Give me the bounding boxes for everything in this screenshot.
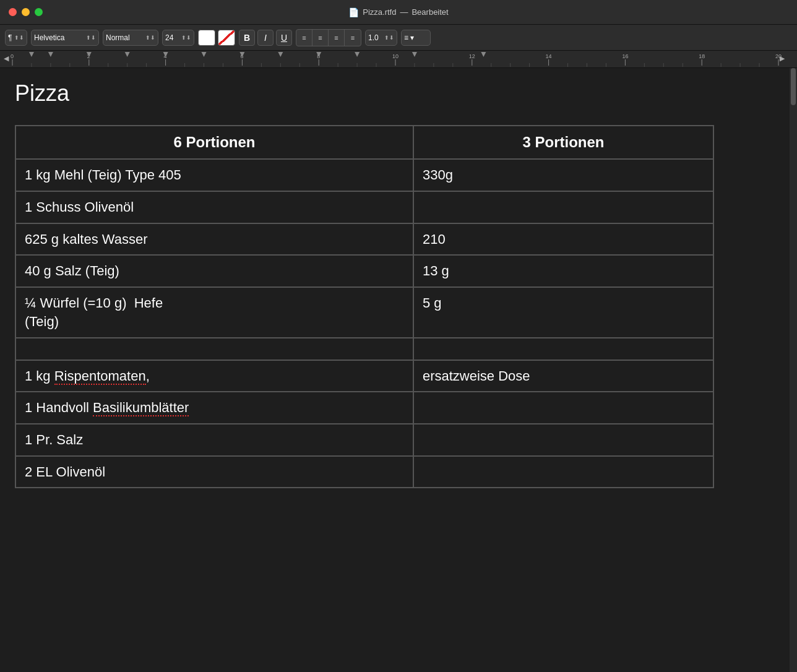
text-color-swatch[interactable] (198, 30, 215, 46)
svg-text:16: 16 (622, 53, 628, 59)
svg-text:12: 12 (469, 53, 475, 59)
table-row: 625 g kaltes Wasser 210 (15, 223, 713, 256)
row7-col2: ersatzweise Dose (413, 360, 713, 392)
ruler: 02468101214161820 ◀ ▶ (0, 51, 797, 68)
table-row: 2 EL Olivenöl (15, 456, 713, 488)
paragraph-dropdown[interactable]: ¶ ⬆⬇ (5, 30, 27, 46)
underline-button[interactable]: U (276, 30, 292, 46)
table-row: 40 g Salz (Teig) 13 g (15, 255, 713, 287)
row9-col2 (413, 424, 713, 456)
header-col2: 3 Portionen (413, 126, 713, 159)
row5-col2: 5 g (413, 287, 713, 337)
font-size-label: 24 (165, 33, 173, 42)
table-row: 1 kg Rispentomaten, ersatzweise Dose (15, 360, 713, 392)
line-spacing-section: 1.0 ⬆⬇ (365, 30, 397, 46)
title-status: Bearbeitet (411, 7, 448, 17)
row10-col2 (413, 456, 713, 488)
font-style-arrow: ⬆⬇ (145, 35, 155, 41)
align-left-button[interactable]: ≡ (296, 30, 312, 46)
titlebar: 📄 Pizza.rtfd — Bearbeitet (0, 0, 797, 25)
header-col1: 6 Portionen (15, 126, 413, 159)
list-section: ≡ ▾ (401, 30, 431, 46)
scrollbar-track[interactable] (790, 68, 797, 672)
document-title: Pizza (15, 80, 782, 106)
title-separator: — (400, 7, 408, 17)
font-size-arrow: ⬆⬇ (181, 35, 191, 41)
font-family-dropdown[interactable]: Helvetica ⬆⬇ (31, 30, 99, 46)
align-right-button[interactable]: ≡ (329, 30, 345, 46)
bold-button[interactable]: B (239, 30, 255, 46)
window-controls (9, 8, 43, 16)
italic-button[interactable]: I (257, 30, 274, 46)
document-icon: 📄 (348, 7, 359, 17)
row2-col2 (413, 191, 713, 223)
font-style-dropdown[interactable]: Normal ⬆⬇ (103, 30, 158, 46)
toolbar: ¶ ⬆⬇ Helvetica ⬆⬇ Normal ⬆⬇ 24 ⬆⬇ B I (0, 25, 797, 51)
row7-col1: 1 kg Rispentomaten, (15, 360, 413, 392)
line-spacing-dropdown[interactable]: 1.0 ⬆⬇ (365, 30, 397, 46)
table-row-empty (15, 338, 713, 360)
table-row: 1 Pr. Salz (15, 424, 713, 456)
align-center-button[interactable]: ≡ (312, 30, 329, 46)
row2-col1: 1 Schuss Olivenöl (15, 191, 413, 223)
minimize-button[interactable] (22, 8, 30, 16)
align-justify-button[interactable]: ≡ (345, 30, 361, 46)
window-title: 📄 Pizza.rtfd — Bearbeitet (348, 7, 448, 17)
paragraph-arrow: ⬆⬇ (14, 35, 24, 41)
line-spacing-arrow: ⬆⬇ (384, 35, 394, 41)
row6-col2 (413, 338, 713, 360)
maximize-button[interactable] (35, 8, 43, 16)
table-header-row: 6 Portionen 3 Portionen (15, 126, 713, 159)
alignment-group: ≡ ≡ ≡ ≡ (296, 29, 361, 46)
row10-col1: 2 EL Olivenöl (15, 456, 413, 488)
title-filename: Pizza.rtfd (363, 7, 396, 17)
document-area[interactable]: Pizza 6 Portionen 3 Portionen 1 kg Mehl … (0, 68, 797, 672)
scrollbar-thumb[interactable] (791, 68, 796, 105)
recipe-table: 6 Portionen 3 Portionen 1 kg Mehl (Teig)… (15, 125, 714, 488)
font-style-label: Normal (106, 33, 130, 42)
row4-col1: 40 g Salz (Teig) (15, 255, 413, 287)
row1-col1: 1 kg Mehl (Teig) Type 405 (15, 159, 413, 191)
table-row: 1 kg Mehl (Teig) Type 405 330g (15, 159, 713, 191)
svg-text:10: 10 (392, 53, 398, 59)
row4-col2: 13 g (413, 255, 713, 287)
table-row: 1 Handvoll Basilikumblätter (15, 392, 713, 424)
list-dropdown[interactable]: ≡ ▾ (401, 30, 431, 46)
svg-text:18: 18 (699, 53, 705, 59)
font-size-section: 24 ⬆⬇ (162, 30, 194, 46)
color-section (198, 30, 235, 46)
svg-text:0: 0 (11, 53, 14, 59)
row8-col1: 1 Handvoll Basilikumblätter (15, 392, 413, 424)
line-spacing-label: 1.0 (368, 33, 379, 42)
font-family-label: Helvetica (34, 33, 64, 42)
paragraph-section: ¶ ⬆⬇ (5, 30, 27, 46)
close-button[interactable] (9, 8, 17, 16)
text-format-section: B I U (239, 30, 292, 46)
list-label: ≡ ▾ (404, 33, 414, 42)
row3-col1: 625 g kaltes Wasser (15, 223, 413, 256)
alignment-section: ≡ ≡ ≡ ≡ (296, 29, 361, 46)
table-row: 1 Schuss Olivenöl (15, 191, 713, 223)
row9-col1: 1 Pr. Salz (15, 424, 413, 456)
ruler-right-arrow: ▶ (780, 54, 785, 62)
font-style-section: Normal ⬆⬇ (103, 30, 158, 46)
row5-col1: ¼ Würfel (=10 g) Hefe(Teig) (15, 287, 413, 337)
font-family-section: Helvetica ⬆⬇ (31, 30, 99, 46)
row1-col2: 330g (413, 159, 713, 191)
highlight-color-swatch[interactable] (218, 30, 235, 46)
row8-col2 (413, 392, 713, 424)
table-row: ¼ Würfel (=10 g) Hefe(Teig) 5 g (15, 287, 713, 337)
paragraph-label: ¶ (8, 33, 12, 42)
font-size-dropdown[interactable]: 24 ⬆⬇ (162, 30, 194, 46)
row6-col1 (15, 338, 413, 360)
row3-col2: 210 (413, 223, 713, 256)
spellcheck-basilikumblatter: Basilikumblätter (93, 400, 189, 416)
ruler-left-arrow: ◀ (4, 54, 9, 62)
spellcheck-rispentomaten: Rispentomaten (54, 368, 146, 385)
svg-text:14: 14 (546, 53, 552, 59)
font-family-arrow: ⬆⬇ (86, 35, 96, 41)
